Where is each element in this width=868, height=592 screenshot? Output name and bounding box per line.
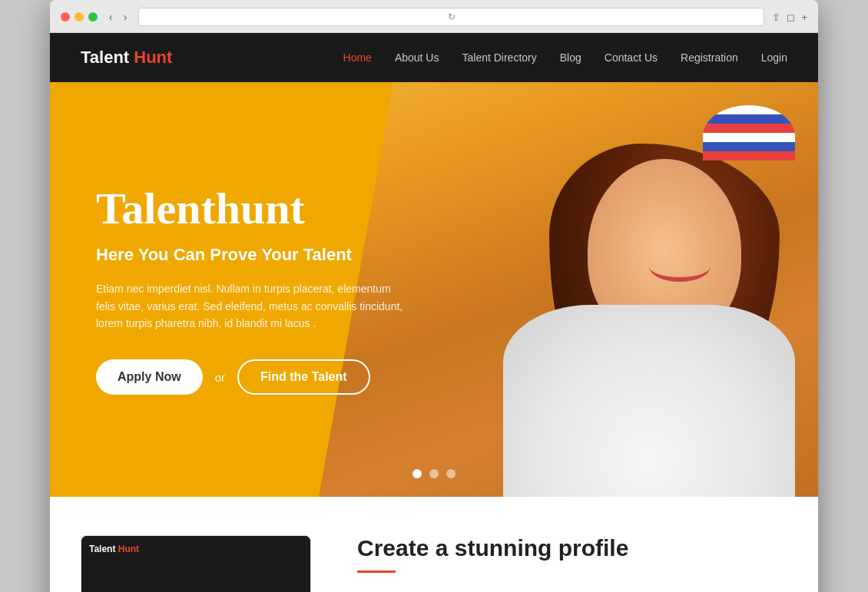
close-button[interactable] xyxy=(61,12,70,21)
address-bar[interactable]: ↻ xyxy=(138,8,764,26)
mockup-inner: Talent Hunt xyxy=(81,536,310,592)
browser-actions: ⇧ ◻ + xyxy=(772,12,807,23)
section-title: Create a stunning profile xyxy=(357,535,787,561)
maximize-button[interactable] xyxy=(88,12,98,21)
nav-links: Home About Us Talent Directory Blog Cont… xyxy=(343,51,787,64)
nav-item-about[interactable]: About Us xyxy=(395,51,439,64)
hero-title: Talenthunt xyxy=(96,184,403,233)
slider-dot-2[interactable] xyxy=(429,469,439,478)
share-button[interactable]: ⇧ xyxy=(772,12,780,23)
nav-link-login[interactable]: Login xyxy=(761,51,787,64)
nav-item-contact[interactable]: Contact Us xyxy=(605,51,658,64)
hero-subtitle: Here You Can Prove Your Talent xyxy=(96,245,403,265)
site-content: Talent Hunt Home About Us Talent Directo… xyxy=(50,33,818,592)
or-text: or xyxy=(215,371,225,384)
profile-mockup: Talent Hunt xyxy=(81,535,311,592)
nav-item-home[interactable]: Home xyxy=(343,51,372,64)
logo-talent: Talent xyxy=(81,48,129,67)
browser-nav: ‹ › xyxy=(105,9,131,25)
slider-dot-1[interactable] xyxy=(412,469,422,478)
nav-item-login[interactable]: Login xyxy=(761,51,787,64)
back-button[interactable]: ‹ xyxy=(105,9,117,25)
slider-dot-3[interactable] xyxy=(446,469,456,478)
hat-decoration xyxy=(703,105,795,167)
nav-item-blog[interactable]: Blog xyxy=(560,51,581,64)
hero-content: Talenthunt Here You Can Prove Your Talen… xyxy=(50,184,449,395)
nav-item-registration[interactable]: Registration xyxy=(681,51,738,64)
create-profile-section: Create a stunning profile xyxy=(357,535,787,585)
mockup-logo: Talent Hunt xyxy=(89,544,139,554)
browser-window: ‹ › ↻ ⇧ ◻ + Talent Hunt Home About Us Ta… xyxy=(50,0,818,592)
nav-item-talent-directory[interactable]: Talent Directory xyxy=(462,51,536,64)
browser-chrome: ‹ › ↻ ⇧ ◻ + xyxy=(50,0,818,33)
minimize-button[interactable] xyxy=(75,12,84,21)
nav-link-home[interactable]: Home xyxy=(343,51,372,64)
hero-section: Talenthunt Here You Can Prove Your Talen… xyxy=(50,82,818,497)
nav-link-blog[interactable]: Blog xyxy=(560,51,581,64)
nav-link-about[interactable]: About Us xyxy=(395,51,439,64)
forward-button[interactable]: › xyxy=(120,9,131,25)
new-tab-button[interactable]: ◻ xyxy=(787,12,795,23)
site-logo: Talent Hunt xyxy=(81,48,172,68)
slider-dots xyxy=(412,469,456,478)
below-fold-section: Talent Hunt Create a stunning profile xyxy=(50,497,818,592)
mockup-logo-talent: Talent xyxy=(89,544,115,554)
nav-link-contact[interactable]: Contact Us xyxy=(605,51,658,64)
find-talent-button[interactable]: Find the Talent xyxy=(237,359,370,395)
navbar: Talent Hunt Home About Us Talent Directo… xyxy=(50,33,818,82)
hero-description: Etiam nec imperdiet nisl. Nullam in turp… xyxy=(96,280,403,332)
logo-hunt: Hunt xyxy=(129,48,172,67)
address-text: ↻ xyxy=(448,12,456,22)
mockup-logo-hunt: Hunt xyxy=(118,544,139,554)
hero-buttons: Apply Now or Find the Talent xyxy=(96,359,403,395)
nav-link-registration[interactable]: Registration xyxy=(681,51,738,64)
traffic-lights xyxy=(61,12,98,21)
title-underline xyxy=(357,571,396,573)
apply-now-button[interactable]: Apply Now xyxy=(96,359,203,395)
nav-link-talent-directory[interactable]: Talent Directory xyxy=(462,51,536,64)
shirt-decoration xyxy=(503,305,795,497)
smile-decoration xyxy=(649,251,711,282)
add-tab-button[interactable]: + xyxy=(801,12,807,23)
